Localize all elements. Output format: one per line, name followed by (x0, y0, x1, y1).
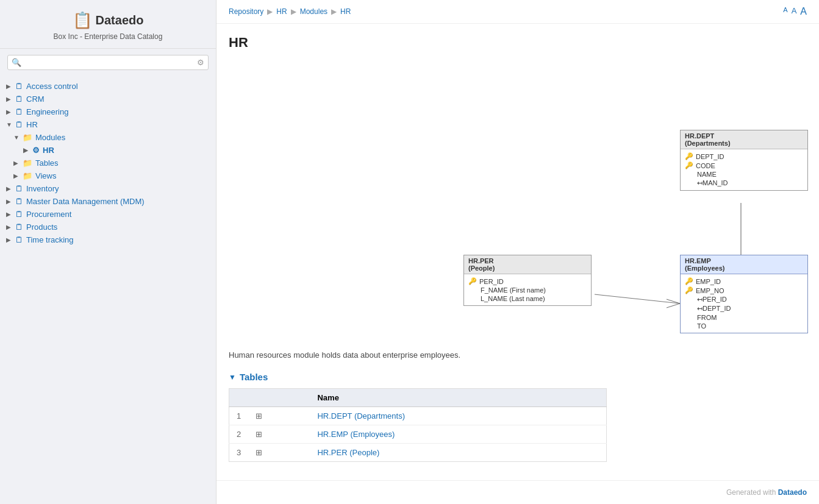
arrow-icon: ▶ (6, 198, 12, 205)
arrow-icon: ▶ (6, 224, 12, 230)
sidebar-item-inventory[interactable]: ▶ 🗒 Inventory (0, 182, 216, 195)
er-row: FROM (685, 313, 803, 322)
sidebar-item-products[interactable]: ▶ 🗒 Products (0, 221, 216, 233)
er-row: ↤MAN_ID (685, 179, 803, 188)
arrow-icon: ▶ (6, 108, 12, 115)
table-name[interactable]: HR.PER (People) (310, 444, 606, 462)
sidebar-item-time-tracking[interactable]: ▶ 🗒 Time tracking (0, 233, 216, 246)
er-row: 🔑 DEPT_ID (685, 152, 803, 161)
toggle-icon: ▼ (229, 373, 236, 382)
search-input[interactable] (24, 59, 195, 67)
main-content: Repository ▶ HR ▶ Modules ▶ HR A A A HR (216, 0, 819, 504)
table-row: 2 ⊞ HR.EMP (Employees) (229, 425, 607, 444)
key-icon: 🔑 (685, 286, 693, 294)
search-bar: 🔍 ⚙ (7, 55, 209, 70)
row-num: 2 (229, 425, 249, 444)
table-link: HR.PER (People) (317, 448, 379, 457)
nav-tree: ▶ 🗒 Access control ▶ 🗒 CRM ▶ 🗒 Engineeri… (0, 76, 216, 250)
section-label: Tables (240, 372, 268, 382)
item-icon: 🗒 (15, 210, 23, 219)
key-icon: 🔑 (685, 277, 693, 285)
item-icon: 🗒 (15, 184, 23, 193)
table-icon: ⊞ (248, 444, 310, 462)
item-icon: 🗒 (15, 107, 23, 116)
section-header-tables[interactable]: ▼ Tables (229, 372, 807, 382)
breadcrumb-hr2[interactable]: HR (340, 7, 351, 16)
er-row: NAME (685, 170, 803, 179)
breadcrumb: Repository ▶ HR ▶ Modules ▶ HR A A A (216, 0, 819, 24)
sidebar-item-tables[interactable]: ▶ 📁 Tables (0, 157, 216, 169)
row-num: 1 (229, 407, 249, 425)
sidebar-item-views[interactable]: ▶ 📁 Views (0, 169, 216, 182)
folder-icon: 📁 (23, 133, 32, 142)
sidebar-item-label: Products (26, 222, 57, 232)
font-size-medium[interactable]: A (792, 6, 797, 17)
er-row: 🔑 PER_ID (468, 277, 587, 286)
font-size-large[interactable]: A (800, 6, 807, 17)
er-row: F_NAME (First name) (468, 286, 587, 294)
sidebar-item-crm[interactable]: ▶ 🗒 CRM (0, 93, 216, 105)
er-box-emp: HR.EMP(Employees) 🔑 EMP_ID 🔑 EMP_NO ↤PER… (680, 255, 808, 333)
breadcrumb-hr[interactable]: HR (276, 7, 287, 16)
arrow-icon: ▶ (6, 211, 12, 218)
sidebar-item-hr-module[interactable]: ▶ ⚙ HR (0, 144, 216, 157)
logo-text: Dataedo (96, 13, 144, 27)
svg-line-4 (595, 294, 680, 303)
er-header-dept: HR.DEPT(Departments) (681, 130, 807, 149)
er-row: L_NAME (Last name) (468, 294, 587, 303)
sidebar-item-hr[interactable]: ▼ 🗒 HR (0, 118, 216, 131)
item-icon: 🗒 (15, 94, 23, 104)
breadcrumb-repository[interactable]: Repository (229, 7, 263, 16)
sidebar-item-procurement[interactable]: ▶ 🗒 Procurement (0, 208, 216, 221)
tables-table: Name 1 ⊞ HR.DEPT (Departments) 2 ⊞ HR.EM… (229, 388, 607, 462)
sidebar-item-label: HR (43, 146, 54, 155)
sidebar-item-label: Time tracking (26, 235, 74, 244)
sidebar-item-modules[interactable]: ▼ 📁 Modules (0, 131, 216, 144)
page-title: HR (216, 24, 819, 57)
table-name[interactable]: HR.DEPT (Departments) (310, 407, 606, 425)
filter-icon[interactable]: ⚙ (197, 58, 204, 67)
er-row: 🔑 EMP_NO (685, 286, 803, 295)
font-size-small[interactable]: A (783, 6, 787, 17)
sidebar-item-label: CRM (26, 94, 45, 104)
item-icon: 🗒 (15, 235, 23, 244)
arrow-icon: ▼ (6, 121, 12, 128)
er-row: 🔑 EMP_ID (685, 277, 803, 286)
item-icon: 🗒 (15, 197, 23, 206)
table-link: HR.DEPT (Departments) (317, 411, 405, 421)
breadcrumb-sep1: ▶ (267, 7, 273, 16)
er-body-dept: 🔑 DEPT_ID 🔑 CODE NAME ↤MAN_ID (681, 149, 807, 190)
item-icon: 🗒 (15, 120, 23, 129)
arrow-icon: ▶ (6, 185, 12, 192)
sidebar-item-label: HR (26, 120, 38, 129)
table-icon: ⊞ (248, 407, 310, 425)
table-name[interactable]: HR.EMP (Employees) (310, 425, 606, 444)
table-link: HR.EMP (Employees) (317, 430, 395, 439)
arrow-icon: ▶ (23, 147, 29, 154)
col-icon (248, 389, 310, 407)
key-icon: 🔑 (468, 277, 477, 285)
item-icon: 🗒 (15, 82, 23, 91)
sidebar: 📋 Dataedo Box Inc - Enterprise Data Cata… (0, 0, 216, 504)
breadcrumb-modules[interactable]: Modules (300, 7, 327, 16)
col-num (229, 389, 249, 407)
er-row: TO (685, 322, 803, 330)
er-diagram: HR.DEPT(Departments) 🔑 DEPT_ID 🔑 CODE NA… (229, 57, 807, 344)
er-box-dept: HR.DEPT(Departments) 🔑 DEPT_ID 🔑 CODE NA… (680, 130, 808, 191)
logo-area: 📋 Dataedo Box Inc - Enterprise Data Cata… (0, 0, 216, 49)
breadcrumb-sep3: ▶ (331, 7, 337, 16)
module-icon: ⚙ (32, 146, 40, 155)
sidebar-item-engineering[interactable]: ▶ 🗒 Engineering (0, 105, 216, 118)
folder-icon: 📁 (23, 171, 32, 180)
sidebar-item-access-control[interactable]: ▶ 🗒 Access control (0, 80, 216, 93)
sidebar-item-label: Modules (35, 133, 65, 142)
sidebar-item-label: Engineering (26, 107, 68, 116)
sidebar-item-master-data[interactable]: ▶ 🗒 Master Data Management (MDM) (0, 195, 216, 208)
sidebar-item-label: Procurement (26, 210, 71, 219)
svg-line-6 (667, 303, 680, 308)
arrow-icon: ▶ (13, 172, 20, 179)
table-row: 1 ⊞ HR.DEPT (Departments) (229, 407, 607, 425)
sidebar-item-label: Inventory (26, 184, 59, 193)
er-body-emp: 🔑 EMP_ID 🔑 EMP_NO ↤PER_ID ↤DEPT_ID FROM … (681, 274, 807, 333)
arrow-icon: ▶ (6, 96, 12, 102)
